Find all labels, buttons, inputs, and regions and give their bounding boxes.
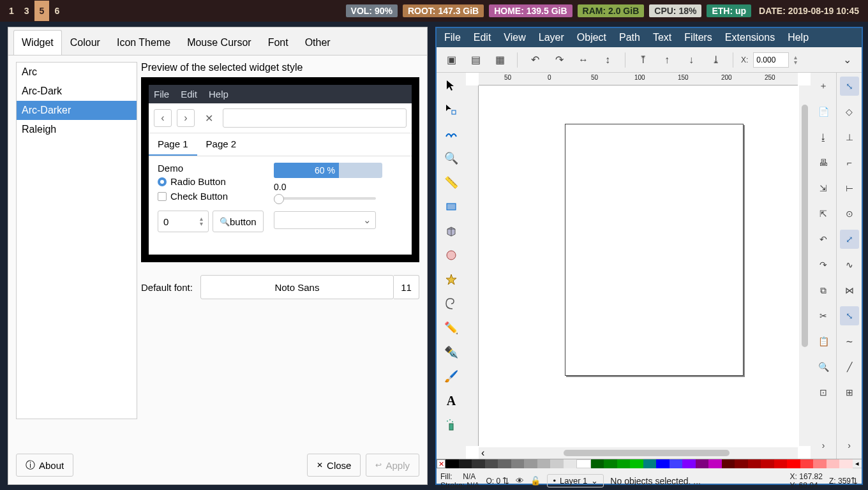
snap-edge-icon[interactable]: ⊥ <box>840 128 859 147</box>
tool-pencil-icon[interactable]: ✏️ <box>441 318 461 338</box>
layer-lock-icon[interactable]: 🔓 <box>530 476 541 486</box>
swatch[interactable] <box>445 459 459 468</box>
chevron-right-icon[interactable]: › <box>814 436 833 455</box>
rt-undo-icon[interactable]: ↶ <box>814 230 833 249</box>
swatch[interactable] <box>813 459 827 468</box>
snap-intersect-icon[interactable]: ⋈ <box>840 281 859 300</box>
preview-spinbutton[interactable]: 0▴▾ <box>158 211 209 232</box>
swatch[interactable] <box>604 459 617 468</box>
workspace-6[interactable]: 6 <box>49 1 64 21</box>
tab-other[interactable]: Other <box>297 30 339 55</box>
swatch[interactable] <box>722 459 735 468</box>
swatch[interactable] <box>748 459 761 468</box>
swatch[interactable] <box>485 459 498 468</box>
tb-flip-h-icon[interactable]: ↔ <box>574 50 593 70</box>
tool-text-icon[interactable]: A <box>441 390 461 411</box>
preview-close-button[interactable]: ✕ <box>200 109 218 127</box>
style-raleigh[interactable]: Raleigh <box>17 120 137 139</box>
tool-ellipse-icon[interactable] <box>441 245 461 265</box>
tab-mouse-cursor[interactable]: Mouse Cursor <box>179 30 259 55</box>
tool-measure-icon[interactable]: 📏 <box>441 172 461 193</box>
spin-arrows-icon[interactable]: ⇅ <box>851 476 858 486</box>
tool-rect-icon[interactable] <box>441 197 461 217</box>
workspace-1[interactable]: 1 <box>4 1 19 21</box>
style-list[interactable]: Arc Arc-Dark Arc-Darker Raleigh <box>16 62 137 419</box>
menu-text[interactable]: Text <box>653 32 671 43</box>
menu-filters[interactable]: Filters <box>684 32 712 43</box>
menu-path[interactable]: Path <box>619 32 640 43</box>
swatch[interactable] <box>696 459 709 468</box>
rt-new-icon[interactable]: ＋ <box>814 77 833 96</box>
preview-check[interactable]: Check Button <box>158 191 266 202</box>
palette-none-icon[interactable]: ✕ <box>437 459 445 468</box>
scrollbar-vertical[interactable] <box>799 85 811 446</box>
tb-deselect-icon[interactable]: ▦ <box>490 50 509 70</box>
menu-help[interactable]: Help <box>788 32 809 43</box>
style-arc-dark[interactable]: Arc-Dark <box>17 82 137 101</box>
swatch[interactable] <box>511 459 525 468</box>
snap-nodes-icon[interactable]: ⤢ <box>840 230 859 249</box>
spin-arrows-icon[interactable]: ⇅ <box>502 476 509 486</box>
menu-extensions[interactable]: Extensions <box>725 32 775 43</box>
preview-menu-edit[interactable]: Edit <box>181 89 197 100</box>
swatch[interactable] <box>564 459 577 468</box>
swatch[interactable] <box>524 459 537 468</box>
swatch[interactable] <box>550 459 564 468</box>
preview-tab-page2[interactable]: Page 2 <box>197 133 246 156</box>
coord-x-input[interactable] <box>753 52 789 68</box>
tool-zoom-icon[interactable]: 🔍 <box>441 148 461 168</box>
rt-import-icon[interactable]: ⇲ <box>814 179 833 198</box>
tab-widget[interactable]: Widget <box>13 30 62 55</box>
swatch[interactable] <box>774 459 788 468</box>
swatch[interactable] <box>761 459 774 468</box>
snap-smooth-icon[interactable]: ∼ <box>840 332 859 351</box>
preview-radio[interactable]: Radio Button <box>158 176 266 187</box>
snap-bbox-icon[interactable]: ◇ <box>840 102 859 121</box>
swatch[interactable] <box>800 459 814 468</box>
swatch[interactable] <box>459 459 472 468</box>
swatch[interactable] <box>537 459 551 468</box>
tab-font[interactable]: Font <box>260 30 297 55</box>
swatch[interactable] <box>643 459 657 468</box>
preview-menu-help[interactable]: Help <box>209 89 228 100</box>
workspace-5[interactable]: 5 <box>34 1 50 21</box>
layer-selector[interactable]: •Layer 1 ⌄ <box>547 474 604 487</box>
rt-print-icon[interactable]: 🖶 <box>814 153 833 172</box>
swatch[interactable] <box>630 459 643 468</box>
tb-select-layers-icon[interactable]: ▤ <box>466 50 485 70</box>
rt-zoom-page-icon[interactable]: ⊡ <box>814 383 833 402</box>
tb-flip-v-icon[interactable]: ↕ <box>598 50 617 70</box>
snap-center-icon[interactable]: ⊙ <box>840 204 859 223</box>
swatch[interactable] <box>682 459 696 468</box>
snap-midpoint-icon[interactable]: ⊢ <box>840 179 859 198</box>
scrollbar-horizontal[interactable]: ‹ <box>479 447 798 459</box>
rt-cut-icon[interactable]: ✂ <box>814 306 833 325</box>
swatch[interactable] <box>735 459 748 468</box>
spin-arrows-icon[interactable]: ▴▾ <box>794 55 797 65</box>
swatch[interactable] <box>576 459 591 468</box>
tool-selector-icon[interactable] <box>441 75 461 96</box>
tool-pen-icon[interactable]: ✒️ <box>441 342 461 362</box>
zoom-value[interactable]: 359 <box>838 477 851 486</box>
tb-rotate-cw-icon[interactable]: ↷ <box>550 50 569 70</box>
apply-button[interactable]: ↩Apply <box>366 454 419 477</box>
rt-paste-icon[interactable]: 📋 <box>814 332 833 351</box>
rt-redo-icon[interactable]: ↷ <box>814 255 833 274</box>
rt-zoom-fit-icon[interactable]: 🔍 <box>814 357 833 376</box>
rt-open-icon[interactable]: 📄 <box>814 102 833 121</box>
tb-units-dropdown[interactable]: ⌄ <box>837 50 857 70</box>
preview-back-button[interactable]: ‹ <box>154 109 172 127</box>
swatch[interactable] <box>827 459 840 468</box>
tool-3dbox-icon[interactable] <box>441 221 461 241</box>
tb-lower-bottom-icon[interactable]: ⤓ <box>706 50 725 70</box>
chevron-left-icon[interactable]: ‹ <box>479 447 487 459</box>
snap-cusp-icon[interactable]: ⤡ <box>840 306 859 325</box>
tb-raise-icon[interactable]: ↑ <box>657 50 677 70</box>
tool-spiral-icon[interactable] <box>441 293 461 314</box>
swatch[interactable] <box>670 459 683 468</box>
tab-colour[interactable]: Colour <box>62 30 108 55</box>
swatch[interactable] <box>617 459 631 468</box>
swatch[interactable] <box>656 459 670 468</box>
style-arc-darker[interactable]: Arc-Darker <box>17 101 137 120</box>
swatch[interactable] <box>839 459 853 468</box>
